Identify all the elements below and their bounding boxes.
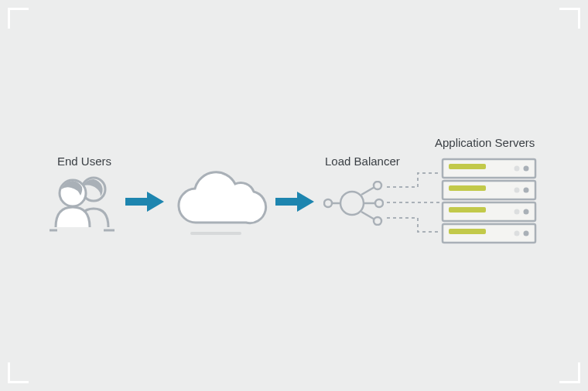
svg-point-10 <box>374 182 381 189</box>
svg-point-24 <box>524 209 529 215</box>
lb-to-servers-connectors <box>384 170 444 236</box>
svg-point-25 <box>514 209 520 215</box>
load-balancer-label: Load Balancer <box>325 155 400 168</box>
svg-rect-27 <box>449 229 486 234</box>
frame-corner-bl <box>8 362 29 383</box>
load-balancer-icon <box>323 181 384 226</box>
cloud-icon <box>170 168 269 238</box>
app-servers-label: Application Servers <box>435 136 535 149</box>
svg-rect-23 <box>449 207 486 212</box>
svg-point-6 <box>324 199 332 207</box>
end-users-label: End Users <box>57 155 111 168</box>
arrow-cloud-to-lb-icon <box>274 190 317 213</box>
svg-rect-19 <box>449 185 486 191</box>
svg-point-29 <box>514 231 520 236</box>
svg-point-13 <box>340 192 364 215</box>
arrow-users-to-cloud-icon <box>124 190 167 213</box>
server-stack-icon <box>441 158 540 247</box>
svg-point-12 <box>374 217 381 225</box>
svg-rect-15 <box>449 164 486 169</box>
end-users-icon <box>50 173 118 232</box>
svg-point-28 <box>524 231 529 236</box>
svg-point-17 <box>514 166 520 172</box>
svg-point-21 <box>514 188 520 193</box>
frame-corner-tl <box>8 8 29 29</box>
frame-corner-br <box>559 362 580 383</box>
svg-point-11 <box>375 199 383 207</box>
svg-point-16 <box>524 166 529 172</box>
diagram-stage: End Users <box>46 147 542 270</box>
svg-point-20 <box>524 188 529 193</box>
frame-corner-tr <box>559 8 580 29</box>
